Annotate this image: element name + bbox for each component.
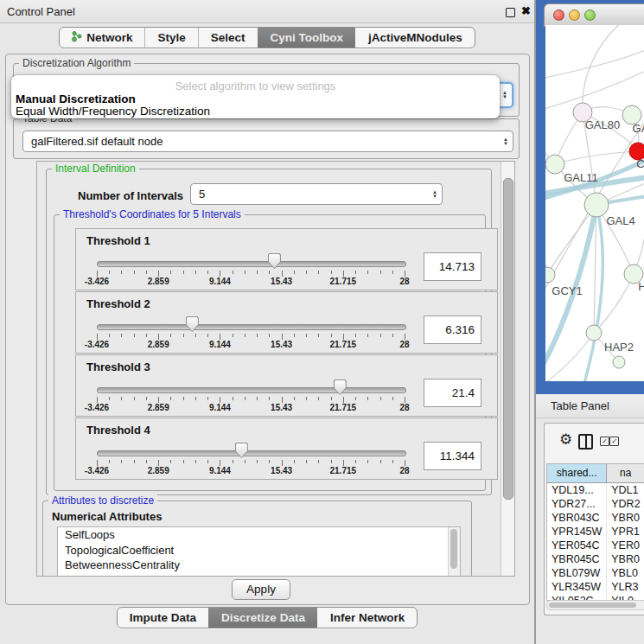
- zoom-traffic-light-icon[interactable]: [584, 10, 596, 21]
- slider-track[interactable]: [97, 450, 406, 456]
- slider-track[interactable]: [97, 324, 406, 330]
- threshold-value-field[interactable]: 11.344: [424, 442, 481, 470]
- node-attribute-table[interactable]: shared...na YDL19...YDL1YDR27...YDR2YBR0…: [546, 463, 644, 601]
- gear-icon[interactable]: ⚙: [559, 432, 572, 447]
- combo-arrows-icon: ▲▼: [498, 91, 512, 99]
- split-columns-icon[interactable]: [578, 434, 593, 450]
- dropdown-option-manual-discretization[interactable]: Manual Discretization: [16, 92, 136, 105]
- attribute-item-betweennesscentrality[interactable]: BetweennessCentrality: [58, 558, 460, 573]
- slider-tick-labels: -3.4262.8599.14415.4321.71528: [97, 466, 405, 476]
- slider-track[interactable]: [97, 387, 406, 393]
- apply-button[interactable]: Apply: [232, 579, 290, 600]
- number-of-intervals-combobox[interactable]: 5 ▲▼: [190, 183, 443, 205]
- tab-style[interactable]: Style: [144, 28, 197, 48]
- tab-label: Cyni Toolbox: [271, 31, 344, 44]
- table-header-row: shared...na: [547, 464, 644, 483]
- table-data-combobox[interactable]: galFiltered.sif default node ▲▼: [22, 131, 513, 152]
- table-row[interactable]: YBR043CYBR0: [547, 511, 644, 525]
- tab-network[interactable]: Network: [60, 28, 144, 48]
- node-label: GA: [633, 122, 644, 135]
- node-label: GAL80: [585, 118, 620, 131]
- algorithm-dropdown-placeholder: Select algorithm to view settings: [11, 80, 500, 92]
- network-window-titlebar[interactable]: [544, 3, 644, 27]
- table-cell: YLR3: [607, 580, 644, 594]
- table-data-value: galFiltered.sif default node: [23, 135, 499, 148]
- minimize-traffic-light-icon[interactable]: [569, 10, 580, 21]
- float-window-icon[interactable]: [506, 8, 515, 17]
- threshold-value-field[interactable]: 21.4: [424, 379, 481, 407]
- thresholds-groupbox: Threshold's Coordinates for 5 Intervals …: [54, 214, 486, 491]
- table-cell: YER054C: [547, 539, 607, 552]
- network-node-gal4[interactable]: [584, 193, 609, 217]
- control-panel-title: Control Panel: [7, 5, 75, 18]
- network-node-hap2[interactable]: [586, 325, 602, 341]
- tab-label: Select: [211, 31, 245, 44]
- network-canvas[interactable]: GAL80GACGAL11GAL4GCY1HHAP2: [545, 25, 644, 381]
- bottom-tab-discretize-data[interactable]: Discretize Data: [208, 608, 317, 628]
- settings-vertical-scrollbar[interactable]: [501, 162, 514, 576]
- threshold-panel-3: Threshold 3-3.4262.8599.14415.4321.71528…: [75, 354, 498, 417]
- close-icon[interactable]: ✖: [521, 4, 531, 17]
- tab-label: Network: [86, 31, 132, 44]
- numerical-attributes-list[interactable]: SelfLoopsTopologicalCoefficientBetweenne…: [57, 526, 461, 577]
- node-label: HAP2: [604, 341, 634, 354]
- slider-tick-labels: -3.4262.8599.14415.4321.71528: [97, 277, 405, 287]
- bottom-tab-impute-data[interactable]: Impute Data: [118, 608, 208, 628]
- control-panel-titlebar[interactable]: Control Panel ✖: [0, 0, 534, 23]
- network-node-gal11[interactable]: [545, 155, 564, 174]
- table-horizontal-scrollbar[interactable]: [546, 600, 644, 610]
- table-row[interactable]: YBR045CYBR0: [547, 552, 644, 566]
- table-cell: YBR043C: [547, 511, 607, 525]
- table-row[interactable]: YBL079WYBL0: [547, 566, 644, 580]
- bottom-tab-infer-network[interactable]: Infer Network: [317, 608, 417, 628]
- table-row[interactable]: YLR345WYLR3: [547, 580, 644, 594]
- table-scrollbar-thumb[interactable]: [549, 603, 636, 608]
- network-node-gcy1[interactable]: [545, 267, 555, 283]
- table-cell: YBR0: [607, 511, 644, 525]
- table-row[interactable]: YDL19...YDL1: [547, 483, 644, 497]
- threshold-panel-4: Threshold 4-3.4262.8599.14415.4321.71528…: [75, 418, 498, 480]
- network-edge[interactable]: [583, 25, 623, 112]
- attribute-item-selfloops[interactable]: SelfLoops: [58, 527, 460, 543]
- node-label: C: [636, 157, 644, 170]
- attributes-list-scrollbar[interactable]: [448, 527, 460, 576]
- table-cell: YDL1: [607, 483, 644, 497]
- threshold-panel-2: Threshold 2-3.4262.8599.14415.4321.71528…: [75, 291, 498, 354]
- table-panel-titlebar[interactable]: Table Panel: [536, 394, 644, 418]
- dropdown-option-equal-width-frequency-discretization[interactable]: Equal Width/Frequency Discretization: [16, 105, 210, 118]
- slider-tick-labels: -3.4262.8599.14415.4321.71528: [97, 403, 405, 413]
- node-label: GCY1: [552, 284, 582, 297]
- tab-jactivemnodules[interactable]: jActiveMNodules: [355, 28, 475, 48]
- settings-scrollpane: Interval Definition Number of Intervals …: [36, 161, 515, 577]
- numerical-attributes-label: Numerical Attributes: [52, 510, 162, 523]
- bottom-tab-label: Impute Data: [130, 611, 196, 624]
- tab-cyni-toolbox[interactable]: Cyni Toolbox: [258, 28, 356, 48]
- network-node[interactable]: [613, 356, 625, 368]
- attribute-item-topologicalcoefficient[interactable]: TopologicalCoefficient: [58, 543, 460, 558]
- threshold-label: Threshold 2: [86, 297, 150, 310]
- table-body: YDL19...YDL1YDR27...YDR2YBR043CYBR0YPR14…: [547, 483, 644, 601]
- checkbox-icon[interactable]: ✓: [600, 437, 609, 446]
- network-icon: [72, 30, 82, 45]
- network-edge-thick[interactable]: [584, 205, 603, 381]
- close-traffic-light-icon[interactable]: [553, 10, 564, 21]
- settings-scrollbar-thumb[interactable]: [503, 178, 513, 500]
- checkbox-icon[interactable]: ✓: [609, 437, 619, 446]
- tab-select[interactable]: Select: [198, 28, 258, 48]
- column-header-2[interactable]: na: [607, 464, 644, 482]
- table-row[interactable]: YER054CYER0: [547, 539, 644, 552]
- attributes-scrollbar-thumb[interactable]: [450, 529, 457, 569]
- network-edge[interactable]: [545, 49, 644, 79]
- algorithm-group-title: Discretization Algorithm: [19, 57, 134, 69]
- interval-definition-groupbox: Interval Definition Number of Intervals …: [46, 169, 492, 495]
- slider-track[interactable]: [97, 261, 406, 267]
- table-cell: YBR045C: [547, 552, 607, 566]
- threshold-value-field[interactable]: 14.713: [424, 252, 481, 281]
- table-row[interactable]: YDR27...YDR2: [547, 497, 644, 511]
- network-edge[interactable]: [545, 70, 644, 110]
- table-row[interactable]: YPR145WYPR1: [547, 525, 644, 539]
- network-edge[interactable]: [555, 151, 638, 164]
- table-cell: YPR145W: [547, 525, 607, 539]
- threshold-value-field[interactable]: 6.316: [424, 316, 481, 344]
- column-header-1[interactable]: shared...: [547, 464, 607, 482]
